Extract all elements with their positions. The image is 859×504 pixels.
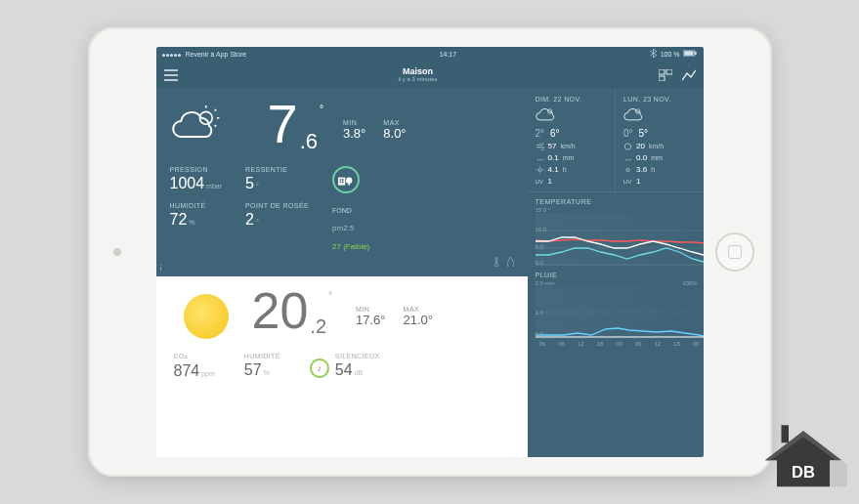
temp-y10: 10.0 [536, 227, 547, 232]
temperature-chart-block[interactable]: TEMPERATURE 15.0 ° 10.0 5.0 0.0 [528, 192, 704, 266]
sun-icon [623, 166, 632, 174]
ipad-shell: Revenir à App Store 14:17 100 % M [88, 27, 772, 477]
forecast-day-1[interactable]: DIM. 22 NOV. 2°6° 57km/h 0.1mm 4.1h UV1 [528, 90, 616, 191]
fc1-weather-icon [536, 106, 610, 124]
fc2-rain: 0.0 [636, 153, 647, 162]
ios-status-bar: Revenir à App Store 14:17 100 % [156, 47, 704, 61]
ressentie-metric: RESSENTIE 5° [245, 166, 309, 192]
temp-chart-title: TEMPERATURE [536, 198, 592, 205]
svg-point-27 [624, 143, 630, 148]
rosee-unit: ° [256, 219, 259, 226]
xh-5: 06 [635, 341, 642, 347]
fc2-rain-unit: mm [651, 154, 663, 161]
xh-1: 06 [558, 341, 565, 347]
last-update-label: il y a 3 minutes [398, 76, 437, 82]
forecast-day-2[interactable]: LUN. 23 NOV. 0°5° 20km/h 0.0mm 3.6h UV1 [615, 90, 704, 191]
fc1-uv: 1 [548, 177, 552, 186]
rosee-value: 2 [245, 211, 254, 228]
pression-metric: PRESSION 1004mbar [170, 166, 223, 192]
app-screen: Revenir à App Store 14:17 100 % M [156, 47, 704, 457]
station-title[interactable]: Maison [398, 67, 437, 76]
fc2-weather-icon [623, 106, 698, 124]
indoor-panel[interactable]: 20 .2 ° MIN 17.6° MAX 21.0° [156, 276, 528, 457]
xh-8: 00 [693, 341, 700, 347]
pluie-y1: 1.0 [536, 310, 543, 315]
back-to-appstore-link[interactable]: Revenir à App Store [186, 51, 247, 58]
humidite-out-metric: HUMIDITÉ 72% [170, 202, 223, 229]
home-button[interactable] [715, 232, 754, 272]
svg-rect-15 [342, 182, 344, 184]
humidite-in-unit: % [264, 369, 270, 376]
fc1-sun: 4.1 [548, 165, 559, 174]
bluetooth-icon [650, 49, 657, 59]
xh-0: 06 [539, 341, 546, 347]
indoor-temperature: 20 .2 ° [252, 288, 333, 338]
battery-icon [683, 50, 697, 58]
fc1-hi: 6° [550, 128, 560, 139]
wind-icon [623, 143, 632, 150]
fc2-hi: 5° [639, 128, 649, 139]
fc1-rain-unit: mm [563, 154, 575, 161]
app-header: Maison il y a 3 minutes [156, 61, 704, 90]
pluie-chart-title: PLUIE [536, 272, 558, 278]
menu-icon[interactable] [164, 69, 178, 81]
humidite-out-unit: % [189, 219, 194, 226]
outdoor-temp-frac: .6 [298, 100, 318, 154]
temp-y5: 5.0 [536, 244, 543, 250]
rain-icon [536, 154, 544, 162]
right-column: DIM. 22 NOV. 2°6° 57km/h 0.1mm 4.1h UV1 … [528, 90, 704, 457]
humidite-out-value: 72 [170, 211, 188, 228]
fond-label: FOND [332, 207, 369, 214]
pression-value: 1004 [170, 175, 205, 191]
info-icon[interactable]: i [160, 264, 162, 273]
co2-value: 874 [174, 362, 200, 379]
front-camera [113, 248, 121, 256]
rosee-label: POINT DE ROSÉE [245, 202, 309, 209]
silencieux-metric: ♪ SILENCIEUX 54dB [310, 353, 380, 380]
chart-x-axis: 06 06 12 18 00 06 12 18 00 [536, 339, 704, 351]
forecast-row[interactable]: DIM. 22 NOV. 2°6° 57km/h 0.1mm 4.1h UV1 … [528, 90, 704, 192]
fc1-wind-unit: km/h [560, 143, 575, 149]
fc1-lo: 2° [536, 128, 545, 139]
modules-icon[interactable] [659, 69, 672, 81]
co2-metric: CO₂ 874ppm [174, 353, 215, 380]
xh-7: 18 [673, 341, 680, 347]
pluie-chart-block[interactable]: PLUIE 2.0 mm 100% 1.0 0.0 [528, 266, 704, 351]
outdoor-min-value: 3.8° [343, 126, 365, 141]
comfort-sunny-icon [184, 294, 229, 339]
fc2-wind-unit: km/h [649, 143, 664, 149]
co2-label: CO₂ [174, 353, 215, 360]
pression-label: PRESSION [170, 166, 223, 173]
fc2-wind: 20 [636, 142, 645, 150]
fc1-date: DIM. 22 NOV. [536, 96, 610, 103]
air-quality-icon [332, 166, 360, 193]
main-content: 7 .6 ° MIN 3.8° MAX 8.0° [156, 90, 704, 457]
indoor-max: MAX 21.0° [404, 306, 434, 327]
ressentie-label: RESSENTIE [245, 166, 309, 173]
temp-y0: 0.0 [536, 260, 543, 266]
fc1-rain: 0.1 [548, 153, 559, 162]
svg-rect-36 [782, 425, 790, 442]
fc2-uv: 1 [636, 177, 640, 186]
noise-level-icon: ♪ [310, 358, 329, 378]
indoor-min: MIN 17.6° [356, 306, 386, 327]
pression-unit: mbar [206, 183, 222, 189]
svg-line-10 [214, 125, 216, 127]
battery-label: 100 % [661, 51, 680, 58]
outdoor-panel[interactable]: 7 .6 ° MIN 3.8° MAX 8.0° [156, 90, 528, 276]
graph-icon[interactable] [682, 69, 696, 81]
thermometer-icon [494, 257, 499, 269]
svg-rect-3 [659, 69, 665, 74]
silencieux-value: 54 [335, 361, 353, 378]
rosee-metric: POINT DE ROSÉE 2° [245, 202, 309, 229]
fc2-date: LUN. 23 NOV. [623, 96, 698, 103]
co2-unit: ppm [201, 370, 215, 377]
indoor-temp-frac: .2 [308, 288, 326, 338]
fond-status: 27 (Faible) [332, 242, 369, 251]
fc2-sun-unit: h [651, 166, 655, 173]
outdoor-max: MAX 8.0° [383, 119, 406, 141]
left-column: 7 .6 ° MIN 3.8° MAX 8.0° [156, 90, 528, 457]
drop-icon [507, 257, 514, 269]
outdoor-temp-deg: ° [318, 100, 323, 114]
signal-dots-icon [162, 51, 182, 58]
